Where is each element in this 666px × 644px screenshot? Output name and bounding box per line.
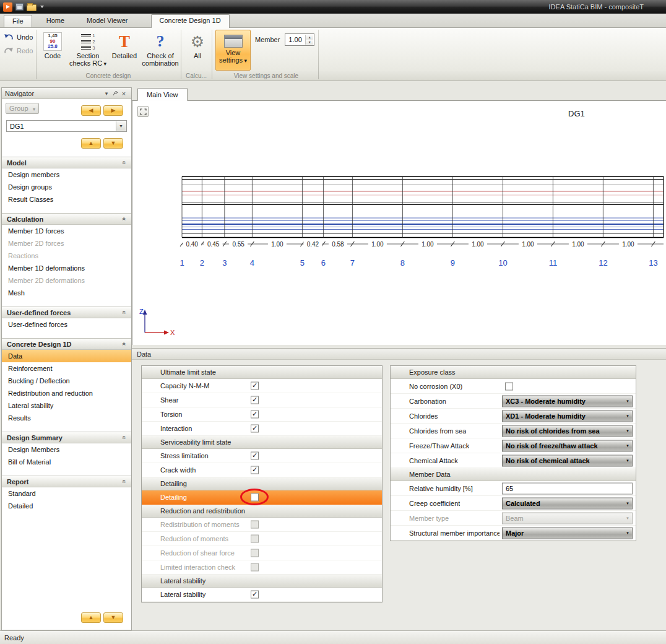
checkbox-no-corrosion-x0[interactable] <box>505 382 513 390</box>
checkbox-crack-width[interactable] <box>251 466 259 474</box>
pin-icon[interactable] <box>111 89 119 98</box>
nav-section-design-summary[interactable]: Design Summary <box>2 432 131 443</box>
checkbox-torsion[interactable] <box>251 411 259 419</box>
group-filter-button: Group <box>6 103 39 114</box>
arrow-left-icon <box>89 108 93 113</box>
ribbon-tab-home[interactable]: Home <box>38 15 72 27</box>
ribbon-tab-file[interactable]: File <box>4 15 32 27</box>
nav-item-reinforcement[interactable]: Reinforcement <box>2 362 131 375</box>
nav-item-member-1d-deformations[interactable]: Member 1D deformations <box>2 262 131 274</box>
code-icon: 1,45 90 25.8 <box>43 32 62 51</box>
nav-up-button[interactable] <box>81 138 101 149</box>
coordinate-axes-icon: Z X <box>135 307 184 341</box>
code-button[interactable]: 1,45 90 25.8 Code <box>40 30 66 71</box>
open-folder-icon[interactable] <box>27 4 37 11</box>
nav-section-title: Design Summary <box>7 434 63 442</box>
nav-item-user-defined-forces[interactable]: User-defined forces <box>2 318 131 331</box>
ribbon-tab-concrete-design-1d[interactable]: Concrete Design 1D <box>151 14 230 28</box>
setting-row-redistribution-of-moments: Redistribution of moments <box>142 518 382 532</box>
collapse-chevron-icon[interactable] <box>121 436 128 440</box>
model-canvas[interactable]: 0.400.450.551.000.420.581.001.001.001.00… <box>132 101 666 345</box>
dropdown-chlorides-from-sea[interactable]: No risk of chlorides from sea <box>502 425 633 437</box>
dropdown-freeze-thaw-attack[interactable]: No risk of freeze/thaw attack <box>502 440 633 451</box>
node-number-label: 7 <box>350 258 355 268</box>
nav-section-calculation[interactable]: Calculation <box>2 213 131 225</box>
section-checks-button[interactable]: 1 2 3 Section checks RC <box>68 30 108 71</box>
collapse-chevron-icon[interactable] <box>121 217 128 221</box>
calculate-all-button[interactable]: All <box>184 30 210 71</box>
nav-item-mesh[interactable]: Mesh <box>2 287 131 299</box>
nav-item-data[interactable]: Data <box>2 350 131 362</box>
ribbon-tab-model-viewer[interactable]: Model Viewer <box>79 15 136 27</box>
nav-item-member-1d-forces[interactable]: Member 1D forces <box>2 225 131 237</box>
nav-down-button[interactable] <box>103 138 123 149</box>
setting-row-carbonation: CarbonationXC3 - Moderate humidity <box>391 394 636 409</box>
nav-item-design-groups[interactable]: Design groups <box>2 181 131 193</box>
chevron-down-icon[interactable] <box>102 89 111 98</box>
nav-section-title: Calculation <box>7 215 43 223</box>
input-relative-humidity[interactable]: 65 <box>502 482 633 494</box>
detailed-button[interactable]: Detailed <box>110 30 139 71</box>
dropdown-creep-coefficient[interactable]: Calculated <box>502 497 633 509</box>
dropdown-chemical-attack[interactable]: No risk of chemical attack <box>502 455 633 466</box>
node-number-label: 13 <box>649 258 657 268</box>
spinner-down-icon[interactable] <box>306 40 313 45</box>
nav-item-redistribution-and-reduction[interactable]: Redistribution and reduction <box>2 387 131 399</box>
checkbox-stress-limitation[interactable] <box>251 452 259 460</box>
nav-item-result-classes[interactable]: Result Classes <box>2 193 131 206</box>
save-icon[interactable] <box>15 3 24 11</box>
nav-section-user-defined-forces[interactable]: User-defined forces <box>2 307 131 318</box>
chevron-down-icon <box>623 396 632 406</box>
nav-prev-button[interactable] <box>81 105 101 116</box>
nav-section-model[interactable]: Model <box>2 157 131 168</box>
nav-down-button-bottom[interactable] <box>103 612 123 623</box>
beam-diagram: 0.400.450.551.000.420.581.001.001.001.00… <box>132 101 666 345</box>
checkbox-shear[interactable] <box>251 396 259 404</box>
dropdown-value: Major <box>506 528 623 538</box>
checkbox-lateral-stability[interactable] <box>251 591 259 599</box>
undo-button[interactable]: Undo <box>4 33 33 41</box>
spinner-up-icon[interactable] <box>306 35 313 40</box>
collapse-chevron-icon[interactable] <box>121 342 128 346</box>
checkbox-interaction[interactable] <box>251 425 259 433</box>
dropdown-carbonation[interactable]: XC3 - Moderate humidity <box>502 395 633 407</box>
combobox-dropdown-icon[interactable] <box>116 121 126 131</box>
ribbon-separator <box>212 30 212 79</box>
check-of-combination-button[interactable]: Check of combination <box>141 30 179 71</box>
tab-main-view[interactable]: Main View <box>137 88 188 101</box>
navigator-header: Navigator <box>2 88 131 99</box>
dropdown-structural-member-importance[interactable]: Major <box>502 527 633 539</box>
checkbox-capacity-n-m-m[interactable] <box>251 382 259 390</box>
nav-item-design-members[interactable]: Design members <box>2 168 131 181</box>
nav-item-detailed[interactable]: Detailed <box>2 500 131 512</box>
dropdown-value: Calculated <box>506 498 623 508</box>
quick-access-chevron-icon[interactable] <box>40 6 44 8</box>
nav-section-report[interactable]: Report <box>2 476 131 487</box>
nav-item-bill-of-material[interactable]: Bill of Material <box>2 456 131 468</box>
nav-item-results[interactable]: Results <box>2 412 131 424</box>
nav-up-button-bottom[interactable] <box>81 612 101 623</box>
collapse-chevron-icon[interactable] <box>121 480 128 484</box>
collapse-chevron-icon[interactable] <box>121 161 128 165</box>
group-header-serviceability-limit-state: Serviceability limit state <box>142 436 382 449</box>
view-settings-button[interactable]: View settings <box>215 30 251 71</box>
member-spinner[interactable]: 1.00 <box>285 33 314 46</box>
checkbox-limited-interaction-check <box>251 564 259 572</box>
dropdown-chlorides[interactable]: XD1 - Moderate humidity <box>502 410 633 422</box>
collapse-chevron-icon[interactable] <box>121 311 128 315</box>
nav-item-buckling-deflection[interactable]: Buckling / Deflection <box>2 375 131 387</box>
design-group-combobox[interactable]: DG1 <box>6 120 127 132</box>
close-icon[interactable] <box>119 89 128 98</box>
setting-row-creep-coefficient: Creep coefficientCalculated <box>391 496 636 511</box>
view-settings-icon <box>224 35 243 48</box>
nav-item-member-2d-deformations: Member 2D deformations <box>2 274 131 287</box>
nav-item-lateral-stability[interactable]: Lateral stability <box>2 399 131 412</box>
nav-item-design-members[interactable]: Design Members <box>2 443 131 456</box>
nav-section-concrete-design-1d[interactable]: Concrete Design 1D <box>2 338 131 350</box>
spinner-buttons <box>305 35 313 45</box>
nav-item-standard[interactable]: Standard <box>2 487 131 500</box>
nav-next-button[interactable] <box>103 105 123 116</box>
zoom-extents-button[interactable] <box>137 106 149 117</box>
checkbox-reduction-of-moments <box>251 535 259 543</box>
setting-label: Lateral stability <box>142 591 205 598</box>
